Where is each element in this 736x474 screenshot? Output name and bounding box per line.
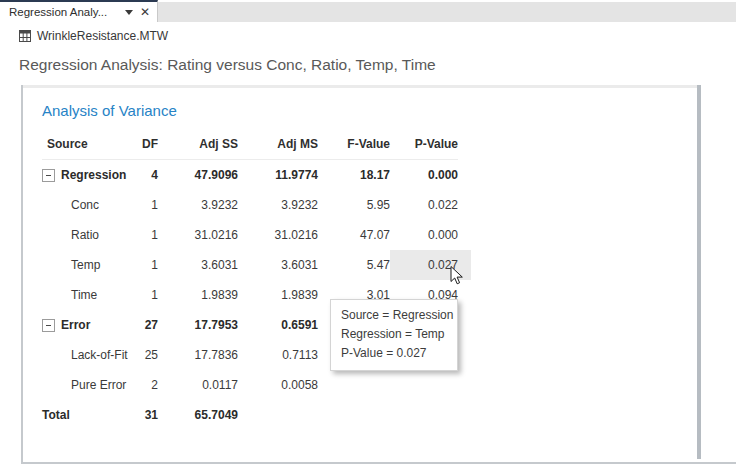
adjms-cell[interactable]: 3.9232 <box>238 190 318 220</box>
source-cell[interactable]: Total <box>42 400 130 430</box>
df-cell[interactable]: 1 <box>130 220 158 250</box>
collapse-icon[interactable] <box>42 319 55 332</box>
app-window: Regression Analy... ✕ WrinkleResistance.… <box>0 0 736 474</box>
df-cell[interactable]: 4 <box>130 160 158 190</box>
column-header-source: Source <box>42 134 130 160</box>
output-tab[interactable]: Regression Analy... ✕ <box>0 0 158 22</box>
adjss-cell[interactable]: 0.0117 <box>158 370 238 400</box>
adjms-cell[interactable]: 1.9839 <box>238 280 318 310</box>
fvalue-cell[interactable]: 5.47 <box>318 250 390 280</box>
pvalue-cell[interactable]: 0.022 <box>390 190 458 220</box>
adjms-cell[interactable]: 11.9774 <box>238 160 318 190</box>
source-cell[interactable]: Ratio <box>42 220 130 250</box>
collapse-icon[interactable] <box>42 169 55 182</box>
fvalue-cell[interactable] <box>318 400 390 430</box>
fvalue-cell[interactable]: 18.17 <box>318 160 390 190</box>
chevron-down-icon[interactable] <box>125 10 133 15</box>
source-cell[interactable]: Regression <box>42 160 130 190</box>
vertical-scrollbar[interactable] <box>697 85 701 459</box>
anova-table: Source DF Adj SS Adj MS F-Value P-Value … <box>42 134 458 430</box>
tooltip-line: P-Value = 0.027 <box>341 344 447 363</box>
worksheet-name: WrinkleResistance.MTW <box>37 29 168 43</box>
df-cell[interactable]: 1 <box>130 250 158 280</box>
pvalue-cell[interactable] <box>390 400 458 430</box>
adjms-cell[interactable]: 0.7113 <box>238 340 318 370</box>
adjss-cell[interactable]: 3.9232 <box>158 190 238 220</box>
section-title: Analysis of Variance <box>42 102 177 119</box>
adjss-cell[interactable]: 1.9839 <box>158 280 238 310</box>
tooltip-line: Regression = Temp <box>341 325 447 344</box>
adjms-cell[interactable]: 31.0216 <box>238 220 318 250</box>
page-title: Regression Analysis: Rating versus Conc,… <box>19 56 436 74</box>
source-cell[interactable]: Conc <box>42 190 130 220</box>
pvalue-cell[interactable] <box>390 370 458 400</box>
pvalue-cell-hovered[interactable]: 0.027 <box>390 250 458 280</box>
source-cell[interactable]: Time <box>42 280 130 310</box>
source-cell[interactable]: Error <box>42 310 130 340</box>
panel-top-divider <box>23 85 697 88</box>
adjms-cell[interactable]: 3.6031 <box>238 250 318 280</box>
adjss-cell[interactable]: 17.7953 <box>158 310 238 340</box>
worksheet-link[interactable]: WrinkleResistance.MTW <box>19 29 168 43</box>
source-cell[interactable]: Temp <box>42 250 130 280</box>
df-cell[interactable]: 1 <box>130 280 158 310</box>
tooltip-line: Source = Regression <box>341 306 447 325</box>
fvalue-cell[interactable]: 5.95 <box>318 190 390 220</box>
fvalue-cell[interactable] <box>318 370 390 400</box>
adjss-cell[interactable]: 17.7836 <box>158 340 238 370</box>
adjss-cell[interactable]: 47.9096 <box>158 160 238 190</box>
pvalue-cell[interactable]: 0.000 <box>390 160 458 190</box>
column-header-adjms: Adj MS <box>238 134 318 160</box>
df-cell[interactable]: 2 <box>130 370 158 400</box>
source-cell[interactable]: Pure Error <box>42 370 130 400</box>
source-cell[interactable]: Lack-of-Fit <box>42 340 130 370</box>
df-cell[interactable]: 31 <box>130 400 158 430</box>
adjss-cell[interactable]: 31.0216 <box>158 220 238 250</box>
close-icon[interactable]: ✕ <box>140 6 150 18</box>
adjms-cell[interactable]: 0.6591 <box>238 310 318 340</box>
df-cell[interactable]: 27 <box>130 310 158 340</box>
adjms-cell[interactable] <box>238 400 318 430</box>
column-header-df: DF <box>130 134 158 160</box>
column-header-fvalue: F-Value <box>318 134 390 160</box>
fvalue-cell[interactable]: 47.07 <box>318 220 390 250</box>
hover-tooltip: Source = Regression Regression = Temp P-… <box>330 299 458 371</box>
adjss-cell[interactable]: 3.6031 <box>158 250 238 280</box>
mouse-cursor-icon <box>450 266 466 285</box>
column-header-pvalue: P-Value <box>390 134 458 160</box>
worksheet-grid-icon <box>19 30 31 42</box>
adjss-cell[interactable]: 65.7049 <box>158 400 238 430</box>
output-tab-label: Regression Analy... <box>9 6 118 18</box>
output-panel: Analysis of Variance Source DF Adj SS Ad… <box>21 85 736 464</box>
df-cell[interactable]: 25 <box>130 340 158 370</box>
df-cell[interactable]: 1 <box>130 190 158 220</box>
column-header-adjss: Adj SS <box>158 134 238 160</box>
pvalue-cell[interactable]: 0.000 <box>390 220 458 250</box>
adjms-cell[interactable]: 0.0058 <box>238 370 318 400</box>
